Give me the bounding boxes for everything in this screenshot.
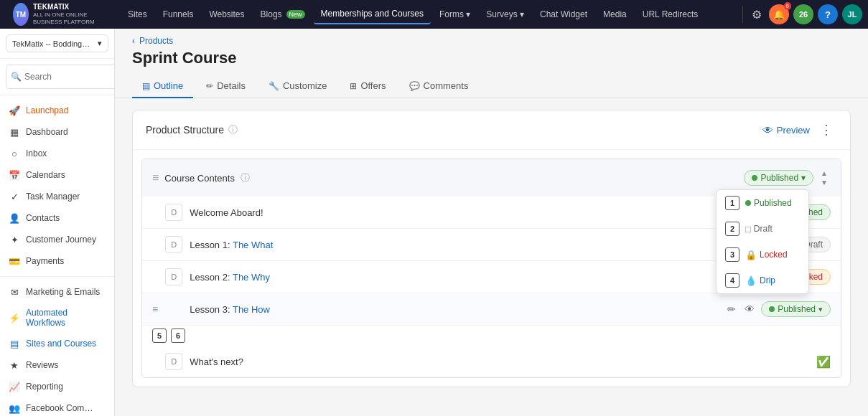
nav-surveys[interactable]: Surveys ▾ <box>479 5 531 24</box>
lesson-doc-icon-1: D <box>165 204 182 221</box>
product-structure-card: Product Structure ⓘ 👁 Preview ⋮ <box>132 110 851 387</box>
sidebar-item-customer-journey[interactable]: ✦ Customer Journey <box>0 229 114 250</box>
search-box: 🔍 ctrl K <box>6 65 115 89</box>
user-avatar[interactable]: JL <box>842 4 862 24</box>
lesson-drag-icon-4[interactable]: ≡ <box>152 303 158 315</box>
drip-icon: 💧 <box>745 275 757 286</box>
help-button[interactable]: ? <box>818 4 838 24</box>
lesson-title-5: What's next? <box>190 356 809 367</box>
workspace-section: TekMatix -- Boddington... ▾ <box>0 29 114 59</box>
breadcrumb-parent[interactable]: Products <box>139 36 173 46</box>
nav-forms[interactable]: Forms ▾ <box>432 5 477 24</box>
dropdown-item-locked[interactable]: 3 🔒 Locked <box>717 242 808 268</box>
tab-offers[interactable]: ⊞ Offers <box>340 75 396 98</box>
logo[interactable]: TM TEKMATIX ALL IN ONE ONLINE BUSINESS P… <box>6 3 121 26</box>
workspace-selector[interactable]: TekMatix -- Boddington... ▾ <box>6 34 108 52</box>
sidebar-nav: 🚀 Launchpad ▦ Dashboard ○ Inbox 📅 Calend… <box>0 95 114 416</box>
divider <box>742 6 743 23</box>
sidebar-item-task-manager[interactable]: ✓ Task Manager <box>0 186 114 207</box>
sidebar-item-reporting[interactable]: 📈 Reporting <box>0 376 114 397</box>
details-icon: ✏ <box>206 81 213 91</box>
ps-info-icon[interactable]: ⓘ <box>228 123 238 136</box>
lock-icon: 🔒 <box>745 250 757 260</box>
tab-outline[interactable]: ▤ Outline <box>132 75 193 98</box>
sidebar-item-facebook-community[interactable]: 👥 Facebook Community G... <box>0 397 114 416</box>
user-notifications-button[interactable]: 26 <box>793 4 813 24</box>
expand-button[interactable]: ▲ ▼ <box>818 166 831 189</box>
check-circle-icon: ✅ <box>816 355 831 369</box>
reviews-icon: ★ <box>9 359 20 371</box>
lesson-doc-icon-2: D <box>165 236 182 253</box>
search-icon: 🔍 <box>11 72 22 82</box>
draft-icon: □ <box>745 224 751 235</box>
task-manager-icon: ✓ <box>9 191 20 202</box>
sidebar-item-sites-and-courses[interactable]: ▤ Sites and Courses <box>0 333 114 354</box>
nav-blogs[interactable]: Blogs New <box>253 5 312 24</box>
dropdown-item-published[interactable]: 1 Published <box>717 190 808 216</box>
product-area: Product Structure ⓘ 👁 Preview ⋮ <box>115 98 868 416</box>
sidebar-item-payments[interactable]: 💳 Payments <box>0 250 114 272</box>
more-options-button[interactable]: ⋮ <box>816 120 837 139</box>
breadcrumb: ‹ Products <box>115 29 868 49</box>
cs-right: Published ▾ 1 Published <box>744 166 831 189</box>
lesson-doc-icon-3: D <box>165 268 182 285</box>
dropdown-item-draft[interactable]: 2 □ Draft <box>717 216 808 242</box>
nav-url-redirects[interactable]: URL Redirects <box>635 5 706 24</box>
tab-details[interactable]: ✏ Details <box>196 75 256 98</box>
lesson-row-5: ≡ D What's next? ✅ <box>142 346 841 377</box>
eye-icon-4[interactable]: 👁 <box>742 301 757 317</box>
lesson-title-3: Lesson 2: The Why <box>190 272 767 283</box>
main-layout: TekMatix -- Boddington... ▾ 🔍 ctrl K + 🚀… <box>0 29 868 416</box>
sidebar-item-contacts[interactable]: 👤 Contacts <box>0 207 114 229</box>
chevron-down-icon: ▾ <box>98 39 102 48</box>
num-badge-1: 1 <box>725 196 739 210</box>
logo-icon: TM <box>13 3 29 26</box>
nav-divider <box>0 276 114 277</box>
blogs-badge: New <box>286 10 305 19</box>
nav-items: Sites Funnels Websites Blogs New Members… <box>121 4 737 24</box>
gear-button[interactable]: ⚙ <box>749 5 765 24</box>
num-badges-row: 5 6 <box>142 326 841 346</box>
sidebar-item-calendars[interactable]: 📅 Calendars <box>0 164 114 186</box>
lesson-status-published-4[interactable]: Published ▾ <box>761 301 831 317</box>
page-title: Sprint Course <box>115 49 868 75</box>
nav-media[interactable]: Media <box>596 5 634 24</box>
nav-chat-widget[interactable]: Chat Widget <box>533 5 594 24</box>
sidebar-item-workflows[interactable]: ⚡ Automated Workflows <box>0 303 114 333</box>
published-dot <box>745 200 751 206</box>
sidebar-item-dashboard[interactable]: ▦ Dashboard <box>0 121 114 143</box>
dropdown-item-drip[interactable]: 4 💧 Drip <box>717 268 808 293</box>
num-badge-2: 2 <box>725 222 739 236</box>
eye-icon: 👁 <box>762 124 773 136</box>
nav-funnels[interactable]: Funnels <box>156 5 201 24</box>
status-dot-green <box>752 175 757 181</box>
course-info-icon[interactable]: ⓘ <box>241 171 250 184</box>
logo-text: TEKMATIX ALL IN ONE ONLINE BUSINESS PLAT… <box>33 3 113 25</box>
sidebar-item-reviews[interactable]: ★ Reviews <box>0 354 114 376</box>
content-area: ‹ Products Sprint Course ▤ Outline ✏ Det… <box>115 29 868 416</box>
search-section: 🔍 ctrl K + <box>0 59 114 95</box>
notification-bell-button[interactable]: 🔔 6 <box>769 4 789 24</box>
top-navigation: TM TEKMATIX ALL IN ONE ONLINE BUSINESS P… <box>0 0 868 29</box>
course-section: ≡ Course Contents ⓘ Published ▾ <box>141 159 841 378</box>
sidebar-item-inbox[interactable]: ○ Inbox <box>0 143 114 164</box>
calendars-icon: 📅 <box>9 169 20 181</box>
preview-button[interactable]: 👁 Preview <box>762 124 810 136</box>
marketing-icon: ✉ <box>9 286 20 298</box>
drag-handle-icon[interactable]: ≡ <box>152 171 159 184</box>
page-tabs: ▤ Outline ✏ Details 🔧 Customize ⊞ Offers… <box>115 75 868 98</box>
customize-icon: 🔧 <box>269 81 279 91</box>
sidebar-item-marketing[interactable]: ✉ Marketing & Emails <box>0 281 114 303</box>
nav-websites[interactable]: Websites <box>202 5 251 24</box>
tab-customize[interactable]: 🔧 Customize <box>258 75 337 98</box>
status-dropdown: 1 Published 2 □ <box>716 189 809 294</box>
lesson-status-dot-4 <box>769 306 775 312</box>
published-badge: Published <box>745 197 792 209</box>
nav-memberships[interactable]: Memberships and Courses <box>314 4 431 24</box>
nav-sites[interactable]: Sites <box>121 5 154 24</box>
course-status-badge[interactable]: Published ▾ <box>744 170 813 186</box>
sidebar-item-launchpad[interactable]: 🚀 Launchpad <box>0 100 114 121</box>
search-input[interactable] <box>24 72 115 82</box>
tab-comments[interactable]: 💬 Comments <box>399 75 479 98</box>
edit-icon-4[interactable]: ✏ <box>725 301 738 317</box>
